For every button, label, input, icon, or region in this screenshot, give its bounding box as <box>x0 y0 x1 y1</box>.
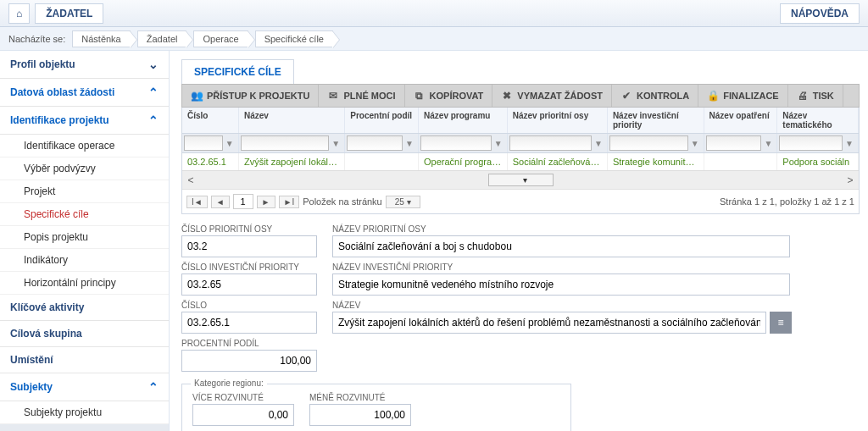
cell: Podpora sociáln <box>777 153 859 170</box>
sidebar-item-identifikace-operace[interactable]: Identifikace operace <box>0 135 169 157</box>
sidebar-section-identifikace[interactable]: Identifikace projektu⌃ <box>0 107 169 135</box>
filter-input[interactable] <box>509 135 592 151</box>
field-label: NÁZEV <box>332 301 792 310</box>
check-icon: ✔ <box>620 90 632 102</box>
col-header[interactable]: Číslo <box>182 108 239 133</box>
zadatel-button[interactable]: ŽADATEL <box>35 3 103 24</box>
col-header[interactable]: Název opatření <box>704 108 778 133</box>
delete-icon: ✖ <box>501 90 513 102</box>
pager-prev[interactable]: ◄ <box>211 196 230 208</box>
filter-icon[interactable]: ▼ <box>403 135 416 151</box>
toolbar-label: TISK <box>813 91 834 101</box>
expand-text-button[interactable]: ≡ <box>770 312 792 334</box>
chevron-up-icon: ⌃ <box>148 380 159 394</box>
col-header[interactable]: Název programu <box>419 108 508 133</box>
field-label: PROCENTNÍ PODÍL <box>181 339 317 348</box>
filter-icon[interactable]: ▼ <box>688 135 702 151</box>
cislo-prioritni-osy-field[interactable] <box>181 235 317 257</box>
toolbar-label: KONTROLA <box>637 91 689 101</box>
toolbar-plne-moci[interactable]: ✉PLNÉ MOCI <box>319 85 404 107</box>
procentni-podil-field[interactable] <box>181 350 317 372</box>
toolbar-kontrola[interactable]: ✔KONTROLA <box>612 85 698 107</box>
filter-input[interactable] <box>609 135 688 151</box>
sidebar-item-vyber-podvyzvy[interactable]: Výběr podvýzvy <box>0 157 169 180</box>
cislo-field[interactable] <box>181 312 317 334</box>
col-header[interactable]: Název tematického <box>777 108 859 133</box>
filter-input[interactable] <box>184 135 223 151</box>
nazev-field[interactable] <box>332 312 766 334</box>
filter-input[interactable] <box>706 135 762 151</box>
toolbar-vymazat[interactable]: ✖VYMAZAT ŽÁDOST <box>492 85 612 107</box>
nazev-prioritni-osy-field[interactable] <box>332 235 790 257</box>
vice-rozvinute-field[interactable] <box>192 404 294 426</box>
sidebar-section-cilova[interactable]: Cílová skupina <box>0 321 169 347</box>
nazev-investicni-priority-field[interactable] <box>332 274 790 296</box>
cislo-investicni-priority-field[interactable] <box>181 274 317 296</box>
sidebar-item-cz-nace[interactable]: CZ NACE <box>0 424 169 431</box>
pager-last[interactable]: ►I <box>279 196 300 208</box>
sidebar-section-profil[interactable]: Profil objektu⌄ <box>0 51 169 79</box>
sidebar-section-klicove[interactable]: Klíčové aktivity <box>0 295 169 321</box>
sidebar-item-indikatory[interactable]: Indikátory <box>0 249 169 272</box>
col-header[interactable]: Název prioritní osy <box>508 108 608 133</box>
toolbar-label: PLNÉ MOCI <box>343 91 395 101</box>
breadcrumb-item[interactable]: Nástěnka <box>72 30 130 47</box>
cell: Operační program Zam... <box>419 153 508 170</box>
mene-rozvinute-field[interactable] <box>309 404 411 426</box>
scroll-dropdown[interactable]: ▾ <box>488 174 554 186</box>
field-label: MÉNĚ ROZVINUTÉ <box>309 393 411 402</box>
pager-next[interactable]: ► <box>257 196 275 208</box>
cell: Zvýšit zapojení lokálních akt... <box>239 153 345 170</box>
filter-icon[interactable]: ▼ <box>329 135 342 151</box>
field-label: VÍCE ROZVINUTÉ <box>192 393 294 402</box>
scroll-left[interactable]: < <box>182 171 199 189</box>
filter-icon[interactable]: ▼ <box>592 135 605 151</box>
sidebar-item-subjekty-projektu[interactable]: Subjekty projektu <box>0 401 169 424</box>
breadcrumb-item[interactable]: Operace <box>193 30 248 47</box>
filter-icon[interactable]: ▼ <box>492 135 505 151</box>
sidebar-section-umisteni[interactable]: Umístění <box>0 347 169 373</box>
sidebar-item-specificke-cile[interactable]: Specifické cíle <box>0 203 169 226</box>
pager-page-input[interactable] <box>233 194 253 209</box>
pager-size-select[interactable]: 25 ▾ <box>386 196 420 208</box>
pager-first[interactable]: I◄ <box>186 196 208 208</box>
breadcrumb: Nacházíte se: Nástěnka Žadatel Operace S… <box>0 27 868 51</box>
filter-icon[interactable]: ▼ <box>843 135 856 151</box>
pager-size-label: Položek na stránku <box>303 196 382 207</box>
tab-specificke-cile[interactable]: SPECIFICKÉ CÍLE <box>181 59 294 84</box>
chevron-up-icon: ⌃ <box>148 113 159 127</box>
filter-icon[interactable]: ▼ <box>223 135 236 151</box>
field-label: ČÍSLO <box>181 301 317 310</box>
napoveda-button[interactable]: NÁPOVĚDA <box>780 3 860 24</box>
home-button[interactable]: ⌂ <box>8 3 30 24</box>
scroll-right[interactable]: > <box>842 171 859 189</box>
cell: 03.2.65.1 <box>182 153 239 170</box>
sidebar-item-popis-projektu[interactable]: Popis projektu <box>0 226 169 249</box>
field-label: ČÍSLO INVESTIČNÍ PRIORITY <box>181 262 317 272</box>
filter-icon[interactable]: ▼ <box>761 135 775 151</box>
sidebar-item-projekt[interactable]: Projekt <box>0 180 169 203</box>
filter-input[interactable] <box>779 135 843 151</box>
toolbar-tisk[interactable]: 🖨TISK <box>788 85 843 107</box>
fieldset-legend: Kategorie regionu: <box>191 379 267 388</box>
filter-input[interactable] <box>347 135 403 151</box>
breadcrumb-item[interactable]: Specifické cíle <box>255 30 333 47</box>
breadcrumb-item[interactable]: Žadatel <box>137 30 187 47</box>
col-header[interactable]: Název <box>239 108 345 133</box>
filter-input[interactable] <box>241 135 330 151</box>
copy-icon: ⧉ <box>414 90 426 102</box>
chevron-up-icon: ⌃ <box>148 86 159 99</box>
sidebar-section-datova[interactable]: Datová oblast žádosti⌃ <box>0 79 169 107</box>
col-header[interactable]: Název investiční priority <box>608 108 704 133</box>
filter-input[interactable] <box>420 135 492 151</box>
print-icon: 🖨 <box>797 90 809 102</box>
table-row[interactable]: 03.2.65.1 Zvýšit zapojení lokálních akt.… <box>182 153 859 170</box>
toolbar-finalizace[interactable]: 🔒FINALIZACE <box>698 85 787 107</box>
sidebar-section-subjekty[interactable]: Subjekty⌃ <box>0 373 169 401</box>
sidebar-item-horizontalni-principy[interactable]: Horizontální principy <box>0 272 169 295</box>
toolbar-kopirovat[interactable]: ⧉KOPÍROVAT <box>405 85 493 107</box>
toolbar-pristup[interactable]: 👥PŘÍSTUP K PROJEKTU <box>182 85 319 107</box>
col-header[interactable]: Procentní podíl <box>345 108 419 133</box>
cell: Strategie komunitně v... <box>608 153 704 170</box>
toolbar-label: PŘÍSTUP K PROJEKTU <box>207 91 309 101</box>
